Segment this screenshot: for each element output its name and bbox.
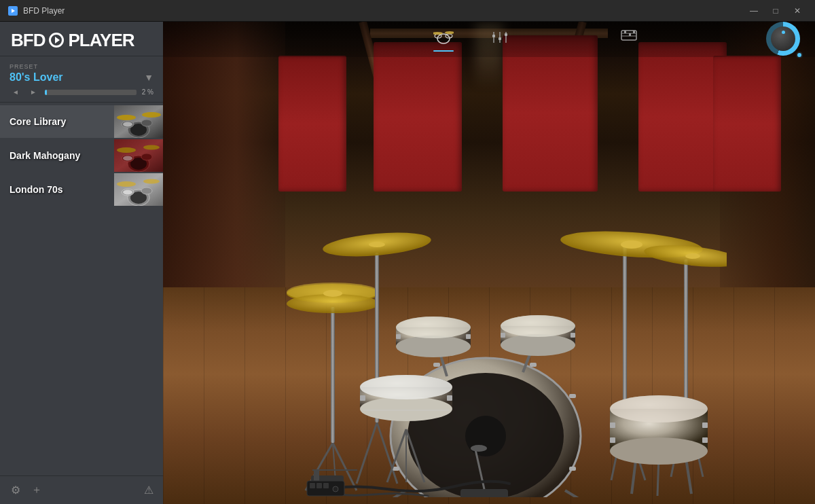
svg-point-54 <box>465 416 506 456</box>
mixer-view-button[interactable] <box>482 26 518 52</box>
play-triangle-icon <box>55 37 60 43</box>
library-item-dark-thumb <box>114 139 163 172</box>
knob-inner <box>771 26 795 51</box>
svg-point-17 <box>141 154 152 160</box>
groove-icon <box>619 27 638 48</box>
knob-indicator-dot <box>782 31 785 34</box>
main-layout: BFD PLAYER PRESET 80's Lover ▼ ◄ ► 2 % <box>0 22 815 504</box>
svg-rect-123 <box>624 31 626 33</box>
add-button[interactable]: ＋ <box>30 482 43 499</box>
svg-rect-124 <box>629 33 631 36</box>
mixer-icon <box>490 29 509 50</box>
preset-dropdown-button[interactable]: ▼ <box>144 72 153 83</box>
svg-rect-100 <box>702 422 708 428</box>
svg-rect-106 <box>316 483 322 488</box>
preset-label: PRESET <box>10 63 153 70</box>
preset-progress-bar <box>45 90 137 95</box>
knob-position-indicator <box>796 52 803 58</box>
svg-point-9 <box>141 120 152 126</box>
library-item-core[interactable]: Core Library <box>0 105 163 138</box>
library-item-london-70s[interactable]: London 70s <box>0 173 163 206</box>
window-controls: — □ ✕ <box>744 4 807 18</box>
preset-next-button[interactable]: ► <box>27 88 39 96</box>
logo-play-icon <box>49 33 64 48</box>
svg-rect-125 <box>633 31 635 33</box>
svg-rect-58 <box>569 467 576 471</box>
sidebar-bottom: ⚙ ＋ ⚠ <box>0 475 163 504</box>
drum-kit <box>251 158 727 497</box>
svg-point-71 <box>360 397 452 421</box>
svg-point-4 <box>142 112 161 118</box>
drum-kit-icon <box>433 28 454 48</box>
logo-area: BFD PLAYER <box>0 22 163 56</box>
svg-rect-48 <box>684 259 688 402</box>
library-item-london-thumb <box>114 173 163 206</box>
svg-rect-90 <box>501 333 505 338</box>
drum-scene-background <box>163 22 815 504</box>
sidebar: BFD PLAYER PRESET 80's Lover ▼ ◄ ► 2 % <box>0 22 163 504</box>
svg-rect-60 <box>530 363 537 367</box>
svg-point-45 <box>621 240 642 249</box>
preset-area: PRESET 80's Lover ▼ ◄ ► 2 % <box>0 56 163 103</box>
groove-view-button[interactable] <box>611 24 647 50</box>
svg-point-113 <box>445 31 454 34</box>
library-item-dark-label: Dark Mahogany <box>0 150 114 161</box>
svg-rect-91 <box>570 333 575 338</box>
title-left: BFD Player <box>8 6 65 16</box>
svg-rect-82 <box>396 334 401 339</box>
svg-point-3 <box>117 115 136 120</box>
logo-bfd-text: BFD <box>11 31 45 49</box>
minimize-button[interactable]: — <box>744 4 763 18</box>
svg-point-109 <box>437 34 450 43</box>
bfd-logo: BFD PLAYER <box>11 31 152 49</box>
svg-point-11 <box>117 147 136 153</box>
svg-point-65 <box>471 445 487 452</box>
preset-progress-row: ◄ ► 2 % <box>10 88 153 96</box>
main-content <box>163 22 815 504</box>
svg-rect-119 <box>505 33 507 36</box>
preset-prev-button[interactable]: ◄ <box>10 88 22 96</box>
svg-rect-107 <box>323 483 329 488</box>
svg-point-88 <box>501 334 575 356</box>
svg-rect-83 <box>466 334 471 339</box>
svg-point-8 <box>123 122 132 127</box>
library-item-london-label: London 70s <box>0 184 114 195</box>
svg-point-81 <box>396 317 471 338</box>
close-button[interactable]: ✕ <box>788 4 807 18</box>
svg-point-72 <box>360 375 452 399</box>
warning-button[interactable]: ⚠ <box>144 484 153 497</box>
library-item-core-thumb <box>114 105 163 138</box>
svg-rect-73 <box>360 395 365 401</box>
logo-player-text: PLAYER <box>68 31 134 49</box>
preset-progress-percent: 2 % <box>142 88 153 96</box>
svg-rect-117 <box>492 35 495 37</box>
svg-rect-118 <box>499 37 501 40</box>
svg-rect-43 <box>623 246 627 416</box>
svg-point-108 <box>333 486 338 492</box>
library-item-core-label: Core Library <box>0 116 114 127</box>
top-toolbar <box>163 22 815 57</box>
svg-point-12 <box>143 145 160 150</box>
library-list: Core Library <box>0 103 163 475</box>
window-title: BFD Player <box>23 6 65 16</box>
toolbar-right <box>766 22 801 57</box>
svg-rect-101 <box>610 437 615 443</box>
svg-rect-105 <box>310 483 315 488</box>
preset-name: 80's Lover <box>10 71 63 84</box>
settings-button[interactable]: ⚙ <box>10 482 22 498</box>
svg-point-16 <box>123 156 132 161</box>
title-bar: BFD Player — □ ✕ <box>0 0 815 22</box>
svg-rect-74 <box>447 395 452 401</box>
volume-knob[interactable] <box>766 22 801 57</box>
svg-point-24 <box>123 190 132 195</box>
drum-kit-view-button[interactable] <box>425 25 462 54</box>
svg-point-98 <box>610 395 708 422</box>
svg-point-34 <box>287 294 379 313</box>
svg-point-25 <box>141 187 152 194</box>
svg-point-80 <box>396 336 471 357</box>
svg-rect-57 <box>569 394 576 398</box>
library-item-dark-mahogany[interactable]: Dark Mahogany <box>0 139 163 172</box>
svg-point-35 <box>323 290 342 297</box>
svg-point-97 <box>610 437 708 465</box>
maximize-button[interactable]: □ <box>766 4 785 18</box>
